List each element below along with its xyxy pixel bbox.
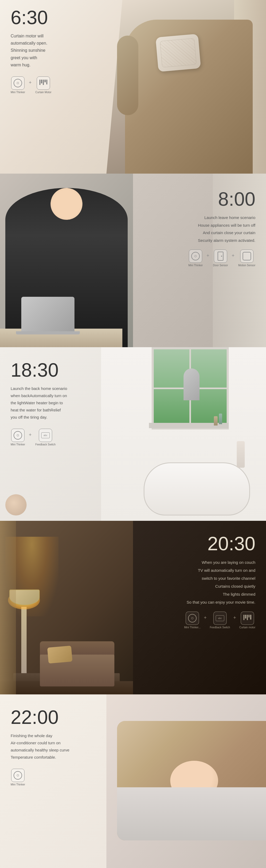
- plus-icon-2a: +: [206, 253, 209, 263]
- mini-thinker-icon-box-5: [11, 769, 24, 782]
- section3-content: 18:30 Launch the back home scenariowhen …: [11, 361, 67, 446]
- device-curtain-motor-1: Curtain Motor: [35, 76, 52, 94]
- door-sensor-icon-box: [214, 250, 227, 263]
- curtain-motor-icon: [39, 80, 47, 87]
- section5-pillow: [117, 787, 266, 840]
- section1-pillow: [156, 34, 201, 72]
- mini-thinker-label-5: Mini Thinker: [11, 783, 25, 786]
- description-630: Curtain motor willautomatically open.Shi…: [11, 32, 51, 68]
- curtain-motor-icon-2: [243, 615, 251, 622]
- device-mini-thinker-3: Mini Thinker: [11, 429, 25, 446]
- time-2200: 22:00: [11, 708, 70, 727]
- device-mini-thinker-2: Mini Thinker: [188, 250, 203, 267]
- section3-faucet: [184, 368, 200, 400]
- description-2200: Finishing the whole day Air-conditioner …: [11, 732, 70, 761]
- section-800: 8:00 Launch leave home scenario House ap…: [0, 174, 266, 347]
- device-row-630: Mini Thinker + Curtain Motor: [11, 76, 51, 94]
- plus-icon-3: +: [29, 432, 32, 442]
- section-1830: 18:30 Launch the back home scenariowhen …: [0, 347, 266, 521]
- section5-sleeping-area: [117, 721, 266, 840]
- curtain-motor-label-2: Curtain motor: [239, 626, 255, 629]
- plus-icon-4a: +: [204, 615, 207, 625]
- device-feedback-switch-2: abc Feedback Switch: [210, 612, 230, 629]
- section3-bathtub: [144, 462, 250, 516]
- time-2030: 20:30: [184, 534, 255, 553]
- device-mini-thinker-4: Mini Thinker...: [184, 612, 201, 629]
- device-mini-thinker-5: Mini Thinker: [11, 769, 25, 786]
- feedback-switch-label-2: Feedback Switch: [210, 626, 230, 629]
- plus-icon-2b: +: [232, 253, 235, 263]
- thinker-icon: [14, 79, 22, 87]
- device-row-800: Mini Thinker + Door Sensor + Motion Sens…: [188, 250, 255, 267]
- section1-content: 6:30 Curtain motor willautomatically ope…: [11, 8, 51, 94]
- mini-thinker-icon-box-2: [189, 250, 202, 263]
- plus-icon-4b: +: [233, 615, 236, 625]
- feedback-switch-icon-box-2: abc: [213, 612, 227, 625]
- section3-teddy: [5, 494, 27, 516]
- feedback-switch-icon-2: abc: [216, 615, 224, 621]
- section2-laptop: [21, 297, 75, 331]
- mini-thinker-label-4: Mini Thinker...: [184, 626, 201, 629]
- time-1830: 18:30: [11, 361, 67, 380]
- mini-thinker-label-3: Mini Thinker: [11, 443, 25, 446]
- time-630: 6:30: [11, 8, 51, 27]
- feedback-switch-icon-1: abc: [41, 432, 50, 438]
- section-2200: 22:00 Finishing the whole day Air-condit…: [0, 694, 266, 868]
- description-1830: Launch the back home scenariowhen backAu…: [11, 385, 67, 421]
- mini-thinker-label-1: Mini Thinker: [11, 91, 25, 94]
- section-630: 6:30 Curtain motor willautomatically ope…: [0, 0, 266, 174]
- section2-desk: [0, 329, 122, 347]
- section2-content: 8:00 Launch leave home scenario House ap…: [188, 189, 255, 267]
- feedback-switch-icon-box-1: abc: [39, 429, 52, 442]
- device-curtain-motor-2: Curtain motor: [239, 612, 255, 629]
- section5-content: 22:00 Finishing the whole day Air-condit…: [11, 708, 70, 786]
- section4-floor-lamp: [21, 607, 27, 681]
- section3-towel: [237, 441, 245, 468]
- device-feedback-switch-1: abc Feedback Switch: [35, 429, 56, 446]
- curtain-motor-icon-box: [37, 76, 50, 90]
- mini-thinker-icon-box: [11, 76, 24, 90]
- section4-curtain: [0, 521, 16, 694]
- thinker-icon-4: [188, 614, 196, 622]
- section3-bottle1: [219, 413, 222, 424]
- device-row-2200: Mini Thinker: [11, 769, 70, 786]
- thinker-icon-5: [14, 771, 22, 780]
- motion-sensor-icon: [243, 252, 251, 260]
- mini-thinker-icon-box-3: [11, 429, 24, 442]
- section-2030: 20:30 When you are laying on couch TV wi…: [0, 521, 266, 694]
- device-row-2030: Mini Thinker... + abc Feedback Switch + …: [184, 612, 255, 629]
- thinker-icon-2: [191, 252, 200, 260]
- description-2030: When you are laying on couch TV will aut…: [184, 558, 255, 606]
- device-mini-thinker-1: Mini Thinker: [11, 76, 25, 94]
- shinning-text: Shinning sunshine: [11, 48, 46, 53]
- curtain-motor-icon-box-2: [241, 612, 254, 625]
- feedback-switch-label-1: Feedback Switch: [35, 443, 56, 446]
- thinker-icon-3: [14, 431, 22, 440]
- mini-thinker-icon-box-4: [186, 612, 199, 625]
- section4-couch-pillow: [47, 646, 73, 663]
- device-door-sensor: Door Sensor: [213, 250, 228, 267]
- curtain-motor-label-1: Curtain Motor: [35, 91, 52, 94]
- section4-content: 20:30 When you are laying on couch TV wi…: [184, 534, 255, 629]
- device-row-1830: Mini Thinker + abc Feedback Switch: [11, 429, 67, 446]
- device-motion-sensor: Motion Sensor: [238, 250, 255, 267]
- time-800: 8:00: [188, 189, 255, 209]
- motion-sensor-label: Motion Sensor: [238, 264, 255, 267]
- description-800: Launch leave home scenario House applian…: [188, 214, 255, 244]
- plus-icon-1: +: [29, 80, 32, 90]
- mini-thinker-label-2: Mini Thinker: [188, 264, 203, 267]
- door-sensor-label: Door Sensor: [213, 264, 228, 267]
- section3-bottle2: [214, 416, 218, 426]
- section1-chair: [125, 20, 253, 174]
- motion-sensor-icon-box: [240, 250, 254, 263]
- door-sensor-icon: [218, 252, 223, 261]
